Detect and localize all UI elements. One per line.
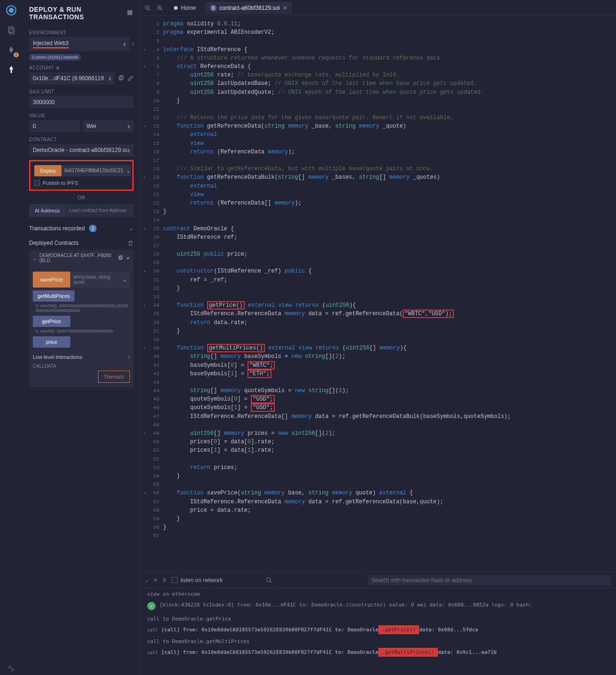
svg-rect-4: [128, 10, 133, 15]
publish-label: Publish to IPFS: [43, 180, 78, 186]
zoom-in-icon[interactable]: [157, 5, 163, 11]
account-select[interactable]: 0x10e…dF41C (9.96066119 ▴▾: [29, 72, 115, 84]
at-address-input[interactable]: Load contract from Address: [65, 204, 134, 217]
contract-label: CONTRACT: [29, 137, 134, 142]
deploy-highlight-box: Deploy 0x61704EFB8b8120c03C21 ⌄ Publish …: [29, 160, 134, 191]
chevron-updown-icon: ▴▾: [109, 76, 111, 81]
collapse-icon[interactable]: ⌄: [145, 577, 149, 583]
price-button[interactable]: price: [33, 336, 70, 348]
term-line: view on etherscan: [147, 591, 609, 597]
value-input[interactable]: 0: [29, 120, 80, 132]
svg-point-16: [174, 6, 178, 9]
terminal-search-input[interactable]: [371, 577, 608, 584]
deployed-contract: ⌄ DEMOORACLE AT 0X47F...F8080 (BLO ✕ sav…: [29, 250, 134, 387]
editor-area: Home S contract-a60bf38129.sol ✕ 123▸45▸…: [141, 0, 616, 675]
deploy-icon[interactable]: [5, 63, 18, 76]
calldata-label: CALLDATA: [33, 364, 130, 369]
info-icon[interactable]: i: [132, 41, 134, 47]
expand-icon[interactable]: ⌄: [120, 272, 130, 288]
tabs-bar: Home S contract-a60bf38129.sol ✕: [141, 0, 616, 16]
listen-checkbox[interactable]: [172, 577, 178, 583]
getmultiprices-button[interactable]: getMultiPrices: [33, 290, 75, 302]
lowlevel-title: Low level interactions: [33, 354, 82, 360]
add-account-icon[interactable]: ⊕: [56, 65, 60, 70]
copy-icon[interactable]: [118, 255, 123, 261]
publish-checkbox[interactable]: [34, 180, 40, 186]
deploy-panel: DEPLOY & RUN TRANSACTIONS ENVIRONMENT In…: [23, 0, 141, 675]
gas-label: GAS LIMIT: [29, 89, 134, 94]
svg-line-13: [161, 8, 163, 10]
svg-rect-3: [10, 28, 14, 34]
gas-input[interactable]: 3000000: [29, 96, 134, 108]
pending-count: 0: [163, 577, 166, 583]
env-label: ENVIRONMENT: [29, 30, 134, 35]
chevron-down-icon[interactable]: ⌄: [33, 256, 37, 261]
zoom-out-icon[interactable]: [144, 5, 151, 11]
tx-detail: [call] from: 0x10e8ddeCA8185573e59262E82…: [161, 649, 497, 655]
term-line: call to DemoOracle.getPrice: [147, 616, 609, 622]
account-label: ACCOUNT ⊕: [29, 65, 134, 70]
saveprice-input[interactable]: string base, string quote: [70, 272, 120, 288]
svg-point-1: [9, 8, 14, 13]
svg-rect-7: [119, 257, 122, 260]
term-line: call to DemoOracle.getMultiPrices: [147, 638, 609, 645]
file-explorer-icon[interactable]: [5, 23, 18, 37]
close-tab-icon[interactable]: ✕: [283, 5, 287, 11]
tx-recorded-label: Transactions recorded: [29, 225, 85, 232]
chevron-updown-icon: ▴▾: [123, 42, 126, 46]
close-icon[interactable]: ✕: [126, 256, 130, 261]
listen-label: listen on network: [180, 577, 223, 584]
compiler-icon[interactable]: !: [5, 43, 18, 56]
getmulti-result: 0: uint256[]: 395670000000000000000000,2…: [36, 303, 130, 313]
edit-icon[interactable]: [127, 75, 134, 82]
plugin-manager-icon[interactable]: [5, 662, 18, 675]
success-icon: ✓: [147, 602, 156, 610]
at-address-button[interactable]: At Address: [29, 204, 65, 217]
panel-menu-icon[interactable]: [126, 9, 134, 17]
trash-icon[interactable]: [128, 240, 134, 246]
remix-logo-icon[interactable]: [5, 4, 18, 17]
call-chip: call: [147, 649, 158, 655]
chevron-updown-icon: ▴▾: [128, 124, 130, 129]
tab-home[interactable]: Home: [169, 3, 200, 13]
icon-sidebar: !: [0, 0, 23, 675]
deploy-address-input[interactable]: 0x61704EFB8b8120c03C21: [61, 165, 126, 176]
calldata-input[interactable]: [33, 371, 95, 383]
chevron-down-icon[interactable]: ⌄: [129, 225, 134, 232]
search-icon[interactable]: [266, 577, 272, 584]
deploy-expand-icon[interactable]: ⌄: [126, 165, 131, 176]
value-unit-select[interactable]: Wei ▴▾: [83, 120, 134, 132]
code-editor[interactable]: 123▸45▸6789101112▸131415161718▸192021222…: [141, 16, 616, 572]
env-select[interactable]: Injected Web3 ▴▾: [29, 37, 129, 51]
info-icon[interactable]: i: [128, 354, 130, 360]
network-chip: Custom (42261) network: [29, 54, 81, 61]
home-icon: [173, 5, 179, 11]
svg-rect-2: [8, 27, 13, 32]
transact-button[interactable]: Transact: [98, 371, 130, 383]
deployed-name: DEMOORACLE AT 0X47F...F8080 (BLO: [39, 253, 115, 263]
getprice-button[interactable]: getPrice: [33, 316, 70, 327]
terminal: ⌄ ⊘ 0 listen on network view on ethersca…: [141, 572, 616, 675]
contract-select[interactable]: DemoOracle - contract-a60bf38129.sol ▴▾: [29, 144, 134, 156]
chevron-updown-icon: ▴▾: [128, 148, 130, 152]
svg-point-17: [267, 577, 270, 581]
deploy-button[interactable]: Deploy: [34, 165, 61, 176]
getprice-result: 0: uint256: 395670000000000000000000: [36, 329, 130, 334]
tx-count-badge: 1: [89, 225, 97, 232]
saveprice-button[interactable]: savePrice: [33, 272, 70, 288]
panel-title: DEPLOY & RUN TRANSACTIONS: [29, 6, 126, 21]
svg-rect-6: [120, 76, 123, 79]
tx-detail: [block:438228 txIndex:0] from: 0x10e...d…: [159, 602, 532, 608]
or-text: OR: [29, 195, 134, 200]
tx-detail: [call] from: 0x10e8ddeCA8185573e59262E82…: [161, 627, 478, 633]
svg-line-10: [149, 8, 150, 10]
clear-icon[interactable]: ⊘: [154, 577, 158, 583]
call-chip: call: [147, 627, 158, 632]
solidity-icon: S: [210, 5, 217, 11]
svg-rect-8: [120, 256, 123, 259]
svg-rect-5: [119, 76, 122, 80]
copy-icon[interactable]: [118, 75, 124, 82]
svg-line-18: [270, 581, 272, 583]
tab-file-active[interactable]: S contract-a60bf38129.sol ✕: [205, 2, 292, 14]
deployed-title: Deployed Contracts: [29, 240, 78, 246]
